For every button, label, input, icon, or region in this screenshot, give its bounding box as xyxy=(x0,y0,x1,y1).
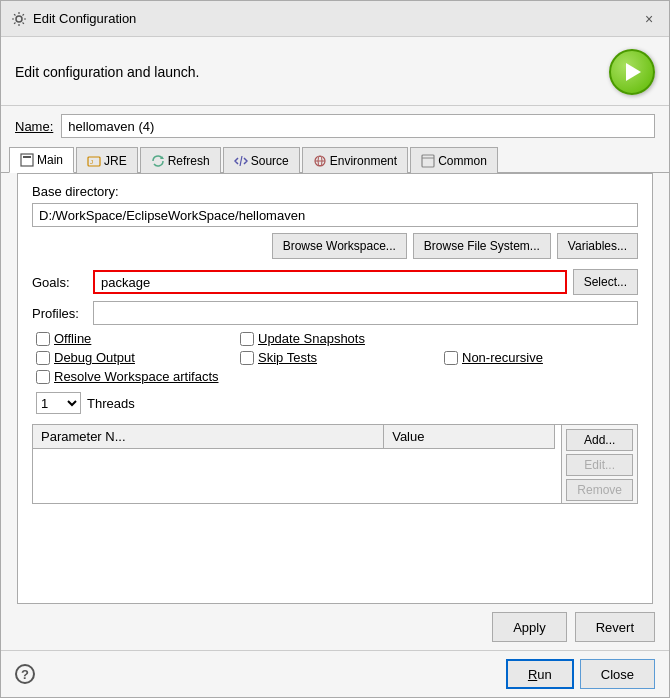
footer-buttons: Run Close xyxy=(506,659,655,689)
tab-refresh[interactable]: Refresh xyxy=(140,147,221,173)
params-table-wrapper: Parameter N... Value Add... Edit... Remo… xyxy=(32,424,638,504)
threads-label: Threads xyxy=(87,396,135,411)
non-recursive-checkbox-item: Non-recursive xyxy=(444,350,638,365)
svg-point-0 xyxy=(16,16,22,22)
tab-main-label: Main xyxy=(37,153,63,167)
tab-jre[interactable]: J JRE xyxy=(76,147,138,173)
name-label: Name: xyxy=(15,119,53,134)
tab-environment[interactable]: Environment xyxy=(302,147,408,173)
goals-row: Goals: Select... xyxy=(32,269,638,295)
params-table: Parameter N... Value xyxy=(33,425,555,503)
threads-row: 1 2 4 Threads xyxy=(32,392,638,414)
skip-tests-label: Skip Tests xyxy=(258,350,317,365)
refresh-tab-icon xyxy=(151,154,165,168)
tab-jre-label: JRE xyxy=(104,154,127,168)
update-snapshots-label: Update Snapshots xyxy=(258,331,365,346)
tab-environment-label: Environment xyxy=(330,154,397,168)
name-input[interactable] xyxy=(61,114,655,138)
skip-tests-checkbox[interactable] xyxy=(240,351,254,365)
non-recursive-checkbox[interactable] xyxy=(444,351,458,365)
jre-tab-icon: J xyxy=(87,154,101,168)
spacer1 xyxy=(444,331,638,346)
header-area: Edit configuration and launch. xyxy=(1,37,669,105)
debug-output-label: Debug Output xyxy=(54,350,135,365)
checkboxes-grid: Offline Update Snapshots Debug Output Sk… xyxy=(32,331,638,384)
offline-checkbox-item: Offline xyxy=(36,331,230,346)
run-label-rest: un xyxy=(537,667,551,682)
edit-param-button[interactable]: Edit... xyxy=(566,454,633,476)
profiles-label: Profiles: xyxy=(32,306,87,321)
skip-tests-checkbox-item: Skip Tests xyxy=(240,350,434,365)
main-tab-icon xyxy=(20,153,34,167)
goals-label: Goals: xyxy=(32,275,87,290)
profiles-row: Profiles: xyxy=(32,301,638,325)
goals-input[interactable] xyxy=(93,270,567,294)
close-icon[interactable]: × xyxy=(639,9,659,29)
non-recursive-label: Non-recursive xyxy=(462,350,543,365)
tab-common-label: Common xyxy=(438,154,487,168)
run-underline-label: R xyxy=(528,667,537,682)
params-table-buttons: Add... Edit... Remove xyxy=(561,425,637,503)
edit-configuration-dialog: Edit Configuration × Edit configuration … xyxy=(0,0,670,698)
resolve-workspace-checkbox[interactable] xyxy=(36,370,50,384)
base-dir-input[interactable] xyxy=(32,203,638,227)
resolve-workspace-checkbox-item: Resolve Workspace artifacts xyxy=(36,369,434,384)
remove-param-button[interactable]: Remove xyxy=(566,479,633,501)
tabs-bar: Main J JRE Refresh Source xyxy=(1,146,669,173)
apply-button[interactable]: Apply xyxy=(492,612,567,642)
goals-select-button[interactable]: Select... xyxy=(573,269,638,295)
threads-select[interactable]: 1 2 4 xyxy=(36,392,81,414)
name-row: Name: xyxy=(1,106,669,146)
update-snapshots-checkbox-item: Update Snapshots xyxy=(240,331,434,346)
add-param-button[interactable]: Add... xyxy=(566,429,633,451)
browse-workspace-button[interactable]: Browse Workspace... xyxy=(272,233,407,259)
action-row: Apply Revert xyxy=(1,604,669,650)
run-button[interactable] xyxy=(609,49,655,95)
svg-line-6 xyxy=(240,156,242,166)
footer-row: ? Run Close xyxy=(1,650,669,697)
revert-button[interactable]: Revert xyxy=(575,612,655,642)
tab-refresh-label: Refresh xyxy=(168,154,210,168)
variables-button[interactable]: Variables... xyxy=(557,233,638,259)
svg-rect-1 xyxy=(21,154,33,166)
browse-filesystem-button[interactable]: Browse File System... xyxy=(413,233,551,259)
main-content: Base directory: Browse Workspace... Brow… xyxy=(17,173,653,604)
close-footer-button[interactable]: Close xyxy=(580,659,655,689)
environment-tab-icon xyxy=(313,154,327,168)
base-dir-label: Base directory: xyxy=(32,184,638,199)
svg-rect-10 xyxy=(422,155,434,167)
source-tab-icon xyxy=(234,154,248,168)
debug-output-checkbox[interactable] xyxy=(36,351,50,365)
header-subtitle: Edit configuration and launch. xyxy=(15,64,199,80)
tab-main[interactable]: Main xyxy=(9,147,74,173)
title-bar: Edit Configuration × xyxy=(1,1,669,37)
config-icon xyxy=(11,11,27,27)
svg-rect-2 xyxy=(23,156,31,158)
resolve-workspace-label: Resolve Workspace artifacts xyxy=(54,369,219,384)
run-footer-button[interactable]: Run xyxy=(506,659,574,689)
dialog-title: Edit Configuration xyxy=(33,11,136,26)
tab-source-label: Source xyxy=(251,154,289,168)
update-snapshots-checkbox[interactable] xyxy=(240,332,254,346)
tab-source[interactable]: Source xyxy=(223,147,300,173)
tab-common[interactable]: Common xyxy=(410,147,498,173)
svg-text:J: J xyxy=(90,159,93,165)
param-col-value: Value xyxy=(384,425,555,449)
help-icon[interactable]: ? xyxy=(15,664,35,684)
offline-label: Offline xyxy=(54,331,91,346)
title-bar-left: Edit Configuration xyxy=(11,11,136,27)
common-tab-icon xyxy=(421,154,435,168)
browse-row: Browse Workspace... Browse File System..… xyxy=(32,233,638,259)
profiles-input[interactable] xyxy=(93,301,638,325)
debug-output-checkbox-item: Debug Output xyxy=(36,350,230,365)
play-icon xyxy=(626,63,641,81)
offline-checkbox[interactable] xyxy=(36,332,50,346)
param-col-name: Parameter N... xyxy=(33,425,384,449)
